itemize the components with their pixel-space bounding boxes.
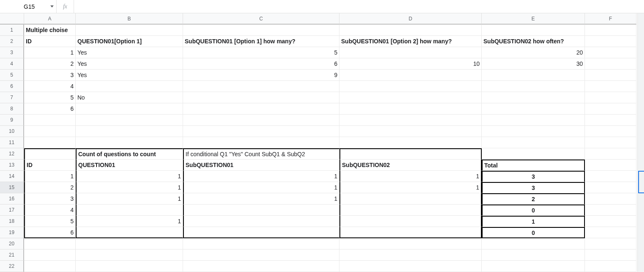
- cell[interactable]: [585, 137, 637, 148]
- column-header[interactable]: B: [76, 13, 183, 25]
- cell[interactable]: [339, 250, 482, 261]
- cell[interactable]: [339, 261, 482, 272]
- cell[interactable]: Total: [482, 160, 585, 171]
- cell[interactable]: 1: [482, 216, 585, 227]
- cell[interactable]: 1: [339, 182, 482, 193]
- row-header[interactable]: 9: [0, 115, 24, 126]
- cell[interactable]: Count of questions to count: [76, 148, 183, 160]
- cell[interactable]: [482, 81, 585, 92]
- chevron-down-icon[interactable]: [50, 5, 54, 7]
- cell[interactable]: SubQUESTION01 [Option 2] how many?: [339, 36, 482, 47]
- cell[interactable]: Yes: [76, 47, 183, 58]
- cell[interactable]: 3: [24, 70, 76, 81]
- cell[interactable]: [24, 126, 76, 137]
- cell[interactable]: 1: [183, 182, 339, 193]
- cell[interactable]: [76, 25, 183, 36]
- cell[interactable]: [339, 126, 482, 137]
- row-header[interactable]: 12: [0, 148, 24, 160]
- cell[interactable]: [183, 126, 339, 137]
- cell[interactable]: [339, 92, 482, 103]
- row-header[interactable]: 16: [0, 193, 24, 205]
- cell[interactable]: [482, 238, 585, 250]
- cell[interactable]: [24, 261, 76, 272]
- cell[interactable]: [183, 250, 339, 261]
- cell[interactable]: 1: [24, 47, 76, 58]
- cell[interactable]: [482, 70, 585, 81]
- cell[interactable]: [482, 148, 585, 160]
- cell[interactable]: [339, 193, 482, 205]
- cell[interactable]: 1: [76, 193, 183, 205]
- cell[interactable]: 3: [24, 193, 76, 205]
- cell[interactable]: 5: [24, 216, 76, 227]
- cell[interactable]: [482, 92, 585, 103]
- cell[interactable]: [482, 137, 585, 148]
- cell[interactable]: 6: [24, 227, 76, 238]
- cell[interactable]: QUESTION01[Option 1]: [76, 36, 183, 47]
- cell[interactable]: SubQUESTION02 how often?: [482, 36, 585, 47]
- cell[interactable]: [339, 70, 482, 81]
- row-header[interactable]: 8: [0, 103, 24, 115]
- cell[interactable]: 0: [482, 227, 585, 238]
- cell[interactable]: [585, 171, 637, 182]
- cell[interactable]: [585, 148, 637, 160]
- cell[interactable]: Yes: [76, 58, 183, 70]
- cell[interactable]: [183, 25, 339, 36]
- formula-input[interactable]: [74, 0, 644, 13]
- cell[interactable]: 1: [76, 182, 183, 193]
- row-header[interactable]: 6: [0, 81, 24, 92]
- row-header[interactable]: 1: [0, 25, 24, 36]
- row-header[interactable]: 13: [0, 160, 24, 171]
- cell[interactable]: [76, 261, 183, 272]
- cell[interactable]: SubQUESTION01 [Option 1] how many?: [183, 36, 339, 47]
- cell[interactable]: [76, 205, 183, 216]
- vertical-scrollbar[interactable]: [637, 13, 644, 272]
- cell[interactable]: [482, 126, 585, 137]
- cell[interactable]: [76, 115, 183, 126]
- name-box[interactable]: [23, 3, 48, 10]
- cell[interactable]: [183, 227, 339, 238]
- cell[interactable]: [482, 25, 585, 36]
- cell[interactable]: [585, 81, 637, 92]
- cell[interactable]: [183, 92, 339, 103]
- cell[interactable]: [76, 126, 183, 137]
- cell[interactable]: [339, 103, 482, 115]
- cell[interactable]: [76, 250, 183, 261]
- cell[interactable]: [585, 216, 637, 227]
- row-header[interactable]: 11: [0, 137, 24, 148]
- cell[interactable]: 3: [482, 182, 585, 193]
- cell[interactable]: [585, 58, 637, 70]
- cell[interactable]: 2: [24, 182, 76, 193]
- cell[interactable]: [585, 70, 637, 81]
- cell[interactable]: [76, 137, 183, 148]
- cell[interactable]: 1: [76, 216, 183, 227]
- cell[interactable]: 4: [24, 81, 76, 92]
- cell[interactable]: [585, 227, 637, 238]
- cell[interactable]: ID: [24, 36, 76, 47]
- row-header[interactable]: 4: [0, 58, 24, 70]
- cell[interactable]: [183, 205, 339, 216]
- cell[interactable]: SubQUESTION02: [339, 160, 482, 171]
- cell[interactable]: [183, 81, 339, 92]
- cell[interactable]: [585, 92, 637, 103]
- cell[interactable]: [585, 47, 637, 58]
- column-header[interactable]: D: [339, 13, 482, 25]
- cell[interactable]: [76, 227, 183, 238]
- cell[interactable]: [183, 115, 339, 126]
- cell[interactable]: 5: [183, 47, 339, 58]
- row-header[interactable]: 14: [0, 171, 24, 182]
- cell[interactable]: If conditional Q1 "Yes" Count SubQ1 & Su…: [183, 148, 339, 160]
- row-header[interactable]: 15: [0, 182, 24, 193]
- cell[interactable]: No: [76, 92, 183, 103]
- cell[interactable]: ID: [24, 160, 76, 171]
- row-header[interactable]: 7: [0, 92, 24, 103]
- cell[interactable]: [339, 148, 482, 160]
- cell[interactable]: Multiple choise: [24, 25, 76, 36]
- cell[interactable]: [585, 205, 637, 216]
- cell[interactable]: [76, 103, 183, 115]
- cell[interactable]: SubQUESTION01: [183, 160, 339, 171]
- cell[interactable]: 2: [482, 193, 585, 205]
- name-box-wrap[interactable]: [2, 0, 57, 13]
- cell[interactable]: [482, 250, 585, 261]
- row-header[interactable]: 21: [0, 250, 24, 261]
- cell[interactable]: 1: [339, 171, 482, 182]
